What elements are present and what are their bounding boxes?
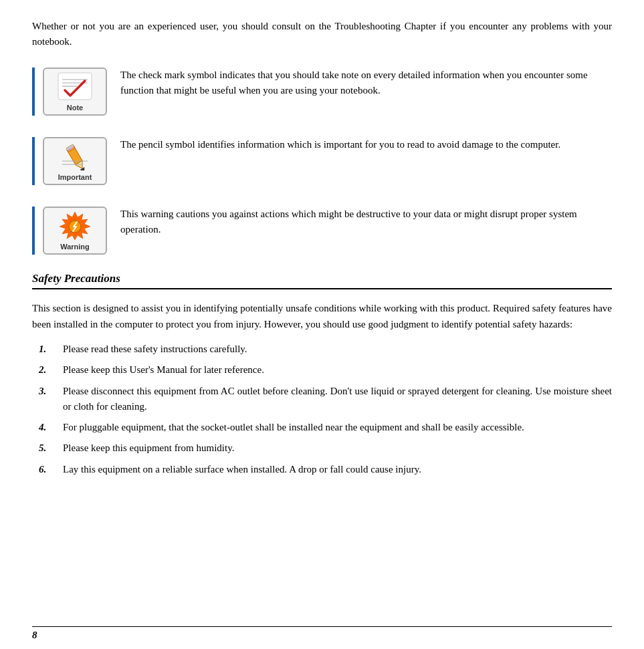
section-heading: Safety Precautions <box>32 272 612 285</box>
list-number: 3. <box>39 384 63 415</box>
notice-label-note: Note <box>67 104 83 112</box>
list-content: Please read these safety instructions ca… <box>63 342 612 357</box>
list-content: For pluggable equipment, that the socket… <box>63 420 612 435</box>
notice-text-note: The check mark symbol indicates that you… <box>120 68 612 99</box>
notice-icon-box-note: Note <box>43 68 107 116</box>
list-item: 5. Please keep this equipment from humid… <box>39 440 612 456</box>
notice-icon-box-important: Important <box>43 137 107 185</box>
list-content: Lay this equipment on a reliable surface… <box>63 462 612 477</box>
notice-icon-box-warning: Warning <box>43 207 107 255</box>
notice-block-note: Note The check mark symbol indicates tha… <box>32 63 612 120</box>
list-content: Please keep this equipment from humidity… <box>63 440 612 456</box>
notice-block-warning: Warning This warning cautions you agains… <box>32 203 612 259</box>
list-item: 4. For pluggable equipment, that the soc… <box>39 420 612 435</box>
notice-left-bar-note <box>32 68 35 116</box>
list-content: Please disconnect this equipment from AC… <box>63 384 612 415</box>
list-number: 1. <box>39 342 63 357</box>
list-item: 1. Please read these safety instructions… <box>39 342 612 357</box>
page-number: 8 <box>32 630 37 640</box>
list-item: 6. Lay this equipment on a reliable surf… <box>39 462 612 477</box>
list-number: 2. <box>39 362 63 378</box>
section-intro: This section is designed to assist you i… <box>32 300 612 332</box>
note-icon <box>57 72 93 102</box>
intro-paragraph: Whether or not you are an experienced us… <box>32 19 612 49</box>
notice-icon-wrap-note: Note <box>41 68 108 116</box>
list-item: 3. Please disconnect this equipment from… <box>39 384 612 415</box>
notice-text-warning: This warning cautions you against action… <box>120 207 612 238</box>
page-footer: 8 <box>32 626 612 641</box>
notice-icon-wrap-warning: Warning <box>41 207 108 255</box>
notice-block-important: Important The pencil symbol identifies i… <box>32 133 612 189</box>
section-rule <box>32 288 612 289</box>
list-item: 2. Please keep this User's Manual for la… <box>39 362 612 378</box>
notice-text-important: The pencil symbol identifies information… <box>120 137 612 152</box>
list-number: 5. <box>39 440 63 456</box>
safety-list: 1. Please read these safety instructions… <box>39 342 612 477</box>
notice-left-bar-warning <box>32 207 35 255</box>
safety-section: Safety Precautions This section is desig… <box>32 272 612 477</box>
important-icon <box>57 141 93 172</box>
list-content: Please keep this User's Manual for later… <box>63 362 612 378</box>
page: Whether or not you are an experienced us… <box>0 0 644 649</box>
notices-container: Note The check mark symbol indicates tha… <box>32 63 612 259</box>
list-number: 4. <box>39 420 63 435</box>
notice-icon-wrap-important: Important <box>41 137 108 185</box>
list-number: 6. <box>39 462 63 477</box>
notice-label-warning: Warning <box>60 243 90 251</box>
notice-left-bar-important <box>32 137 35 185</box>
notice-label-important: Important <box>58 173 92 181</box>
warning-icon <box>57 211 93 241</box>
